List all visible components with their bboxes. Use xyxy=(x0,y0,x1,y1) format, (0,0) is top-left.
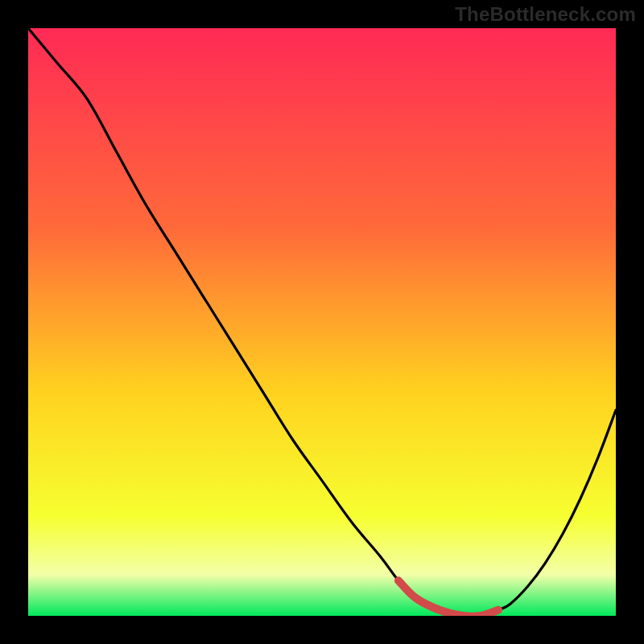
bottleneck-chart xyxy=(28,28,616,616)
plot-frame xyxy=(28,28,616,616)
gradient-background xyxy=(28,28,616,616)
chart-container: TheBottleneck.com xyxy=(0,0,644,644)
watermark-text: TheBottleneck.com xyxy=(455,3,636,26)
